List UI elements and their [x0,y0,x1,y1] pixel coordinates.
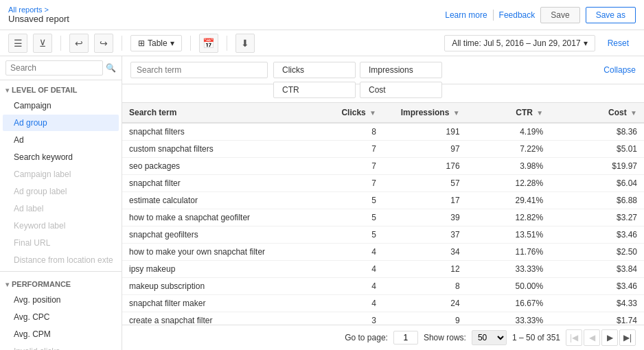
table-wrapper: Search term Clicks ▼ Impressions ▼ CTR ▼… [122,103,644,325]
filter-icon-button[interactable]: ⊻ [33,34,52,53]
sidebar-search-input[interactable] [5,60,103,75]
table-row: seo packages 7 176 3.98% $19.97 [122,158,644,175]
sidebar-item: Distance from location exte [3,252,119,268]
all-reports-link[interactable]: All reports > [8,5,69,14]
sidebar-items-list: CampaignAd groupAdSearch keywordCampaign… [0,97,122,268]
next-page-button[interactable]: ▶ [601,329,618,346]
perf-sidebar-item[interactable]: Avg. position [3,292,119,308]
col-header-clicks[interactable]: Clicks ▼ [321,103,383,123]
search-icon: 🔍 [106,63,116,73]
cell-cost: $3.46 [550,278,644,295]
undo-button[interactable]: ↩ [69,34,89,53]
cell-clicks: 7 [321,158,383,175]
cell-term: makeup subscription [122,278,321,295]
chevron-down-icon: ▾ [170,38,174,48]
go-to-page-label: Go to page: [345,333,388,342]
cell-impressions: 37 [383,226,467,244]
reset-button[interactable]: Reset [601,36,636,51]
col-header-cost[interactable]: Cost ▼ [550,103,644,123]
sidebar-item: Final URL [3,235,119,251]
sidebar-item[interactable]: Ad [3,132,119,148]
cell-term: snapchat filters [122,123,321,141]
metric-cost[interactable]: Cost [360,82,442,98]
cell-ctr: 12.28% [467,175,551,192]
cell-ctr: 33.33% [467,261,551,278]
menu-icon-button[interactable]: ☰ [8,34,27,53]
cell-impressions: 12 [383,261,467,278]
sort-icon-ctr: ▼ [536,109,543,117]
table-row: snapchat filter 7 57 12.28% $6.04 [122,175,644,192]
chevron-down-icon-date: ▾ [584,38,588,48]
toolbar: ☰ ⊻ ↩ ↪ ⊞ Table ▾ 📅 ⬇ All time: Jul 5, 2… [0,30,644,56]
filter-row: Clicks Impressions Collapse [122,56,644,84]
search-term-filter-input[interactable] [130,62,268,78]
cell-impressions: 9 [383,312,467,325]
table-row: how to make a snapchat geofilter 5 39 12… [122,209,644,226]
data-table: Search term Clicks ▼ Impressions ▼ CTR ▼… [122,103,644,325]
cell-clicks: 8 [321,123,383,141]
sort-icon-clicks: ▼ [369,109,376,117]
sort-icon-impressions: ▼ [453,109,460,117]
date-range-selector[interactable]: All time: Jul 5, 2016 – Jun 29, 2017 ▾ [444,35,595,51]
sidebar-item[interactable]: Search keyword [3,149,119,165]
toolbar-separator-4 [227,36,227,51]
page-number-input[interactable] [393,331,418,345]
collapse-button[interactable]: Collapse [603,65,636,75]
cell-term: create a snapchat filter [122,312,321,325]
first-page-button[interactable]: |◀ [566,329,582,346]
save-button[interactable]: Save [540,7,579,23]
top-bar-left: All reports > Unsaved report [8,5,69,24]
cell-term: snapchat geofilters [122,226,321,244]
metric-clicks[interactable]: Clicks [273,62,356,78]
cell-ctr: 13.51% [467,226,551,244]
rows-per-page-select[interactable]: 10 25 50 100 [472,330,507,345]
cell-term: estimate calculator [122,192,321,209]
toolbar-separator-2 [122,36,122,51]
cell-ctr: 33.33% [467,312,551,325]
col-header-impressions[interactable]: Impressions ▼ [383,103,467,123]
table-row: makeup subscription 4 8 50.00% $3.46 [122,278,644,295]
cell-cost: $6.04 [550,175,644,192]
cell-cost: $3.84 [550,261,644,278]
cell-ctr: 7.22% [467,141,551,158]
perf-sidebar-item[interactable]: Avg. CPC [3,309,119,325]
performance-header: ▾ PERFORMANCE [0,275,122,291]
cell-cost: $6.88 [550,192,644,209]
cell-ctr: 4.19% [467,123,551,141]
metric-ctr[interactable]: CTR [273,82,356,98]
perf-sidebar-item: Invalid clicks [3,343,119,350]
download-button[interactable]: ⬇ [235,34,255,53]
toolbar-separator-3 [190,36,191,51]
sidebar: 🔍 ▾ LEVEL OF DETAIL CampaignAd groupAdSe… [0,56,122,350]
table-view-button[interactable]: ⊞ Table ▾ [130,35,182,51]
section-toggle-icon[interactable]: ▾ [5,86,9,94]
table-row: create a snapchat filter 3 9 33.33% $1.7… [122,312,644,325]
sidebar-item[interactable]: Ad group [3,115,119,131]
table-row: ipsy makeup 4 12 33.33% $3.84 [122,261,644,278]
table-row: custom snapchat filters 7 97 7.22% $5.01 [122,141,644,158]
pagination-range-info: 1 – 50 of 351 [512,333,560,342]
learn-more-link[interactable]: Learn more [445,10,487,20]
perf-sidebar-item[interactable]: Avg. CPM [3,326,119,342]
last-page-button[interactable]: ▶| [619,329,636,346]
cell-impressions: 17 [383,192,467,209]
calendar-button[interactable]: 📅 [199,34,218,53]
level-of-detail-header: ▾ LEVEL OF DETAIL [0,80,122,97]
sidebar-item: Ad group label [3,183,119,200]
save-as-button[interactable]: Save as [586,7,636,23]
cell-clicks: 5 [321,209,383,226]
sidebar-item: Keyword label [3,218,119,234]
col-header-ctr[interactable]: CTR ▼ [467,103,551,123]
prev-page-button[interactable]: ◀ [584,329,600,346]
feedback-link[interactable]: Feedback [499,10,536,20]
cell-cost: $19.97 [550,158,644,175]
cell-clicks: 5 [321,226,383,244]
performance-toggle-icon[interactable]: ▾ [5,281,9,288]
col-header-search-term[interactable]: Search term [122,103,321,123]
top-bar: All reports > Unsaved report Learn more … [0,0,644,30]
metric-impressions[interactable]: Impressions [360,62,442,78]
sidebar-item[interactable]: Campaign [3,97,119,114]
main-layout: 🔍 ▾ LEVEL OF DETAIL CampaignAd groupAdSe… [0,56,644,350]
cell-term: snapchat filter maker [122,295,321,312]
redo-button[interactable]: ↪ [94,34,113,53]
